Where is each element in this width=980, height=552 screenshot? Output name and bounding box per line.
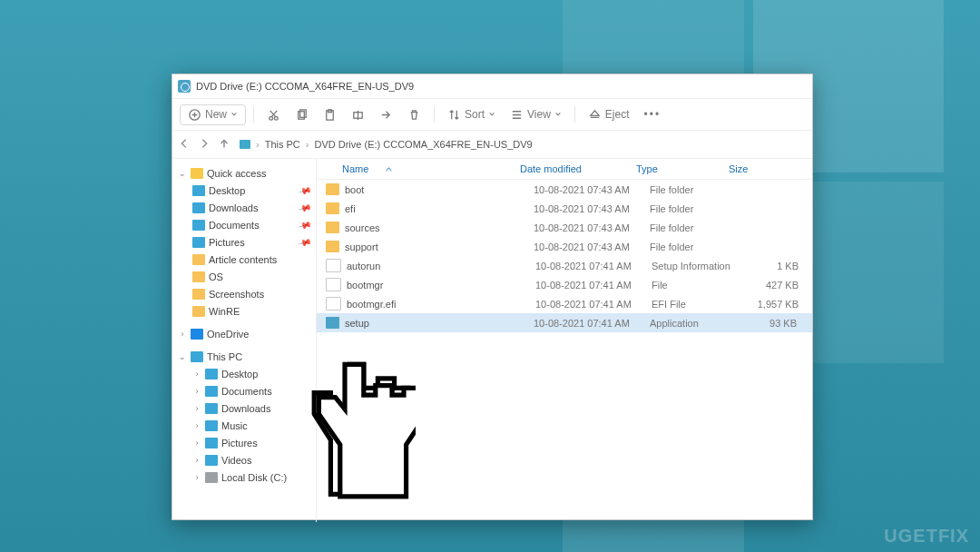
- chevron-right-icon: ›: [306, 139, 309, 150]
- tree-article-contents[interactable]: Article contents: [172, 251, 316, 268]
- tree-onedrive[interactable]: ›OneDrive: [172, 325, 316, 342]
- file-row[interactable]: support10-08-2021 07:43 AMFile folder: [317, 237, 812, 256]
- file-row[interactable]: bootmgr.efi10-08-2021 07:41 AMEFI File1,…: [317, 294, 812, 313]
- navigation-pane: ⌄Quick access Desktop📌 Downloads📌 Docume…: [172, 159, 317, 522]
- file-type: EFI File: [652, 299, 744, 310]
- rename-button[interactable]: [346, 104, 370, 125]
- tree-label: Desktop: [209, 185, 245, 196]
- delete-button[interactable]: [402, 104, 426, 125]
- tree-label: Screenshots: [209, 289, 264, 300]
- file-name: support: [345, 242, 534, 252]
- file-row[interactable]: bootmgr10-08-2021 07:41 AMFile427 KB: [317, 275, 812, 294]
- file-row[interactable]: autorun10-08-2021 07:41 AMSetup Informat…: [317, 256, 812, 275]
- file-row[interactable]: sources10-08-2021 07:43 AMFile folder: [317, 218, 812, 237]
- title-bar[interactable]: DVD Drive (E:) CCCOMA_X64FRE_EN-US_DV9: [172, 74, 812, 99]
- eject-icon: [588, 108, 602, 122]
- tree-downloads[interactable]: Downloads📌: [172, 199, 316, 216]
- tree-pc-desktop[interactable]: ›Desktop: [172, 365, 316, 382]
- hdd-icon: [205, 472, 218, 483]
- col-size[interactable]: Size: [729, 163, 783, 174]
- sort-label: Sort: [465, 108, 485, 121]
- file-date: 10-08-2021 07:43 AM: [534, 184, 650, 195]
- paste-button[interactable]: [318, 104, 342, 125]
- chevron-right-icon: ›: [256, 139, 260, 150]
- up-button[interactable]: [218, 137, 230, 153]
- file-icon: [326, 297, 341, 310]
- file-icon: [326, 259, 341, 272]
- file-date: 10-08-2021 07:41 AM: [535, 280, 652, 291]
- sort-button[interactable]: Sort: [442, 104, 501, 125]
- tree-os[interactable]: OS: [172, 268, 316, 285]
- plus-icon: [188, 108, 201, 122]
- breadcrumb-current[interactable]: DVD Drive (E:) CCCOMA_X64FRE_EN-US_DV9: [314, 139, 532, 150]
- desktop-icon: [205, 369, 218, 380]
- col-name[interactable]: Name: [342, 163, 368, 174]
- cut-button[interactable]: [261, 104, 286, 125]
- share-button[interactable]: [374, 104, 398, 125]
- file-icon: [326, 278, 341, 291]
- pin-icon: 📌: [298, 218, 312, 232]
- file-size: 1,957 KB: [744, 299, 799, 310]
- tree-pictures[interactable]: Pictures📌: [172, 233, 316, 251]
- pictures-icon: [205, 438, 218, 448]
- tree-label: Documents: [209, 220, 260, 231]
- tree-pc-pictures[interactable]: ›Pictures: [172, 434, 316, 451]
- forward-button[interactable]: [198, 137, 211, 153]
- folder-icon: [192, 306, 205, 317]
- more-button[interactable]: •••: [639, 104, 667, 124]
- separator: [253, 106, 254, 123]
- file-row[interactable]: setup10-08-2021 07:41 AMApplication93 KB: [317, 313, 812, 332]
- view-button[interactable]: View: [505, 104, 567, 125]
- star-icon: [191, 168, 203, 179]
- file-row[interactable]: efi10-08-2021 07:43 AMFile folder: [317, 199, 812, 218]
- tree-pc-documents[interactable]: ›Documents: [172, 382, 316, 399]
- file-type: Application: [650, 318, 742, 329]
- file-size: 1 KB: [744, 261, 799, 271]
- col-date[interactable]: Date modified: [520, 163, 636, 174]
- tree-documents[interactable]: Documents📌: [172, 216, 316, 233]
- tree-pc-localdisk[interactable]: ›Local Disk (C:): [172, 468, 316, 486]
- file-explorer-window: DVD Drive (E:) CCCOMA_X64FRE_EN-US_DV9 N…: [172, 74, 813, 520]
- toolbar: New Sort View Eject •••: [172, 99, 812, 131]
- back-button[interactable]: [178, 137, 191, 153]
- eject-button[interactable]: Eject: [583, 104, 635, 125]
- tree-quick-access[interactable]: ⌄Quick access: [172, 164, 316, 182]
- new-button[interactable]: New: [180, 104, 246, 125]
- music-icon: [205, 420, 218, 431]
- videos-icon: [205, 455, 218, 466]
- share-icon: [379, 108, 393, 122]
- sort-icon: [447, 108, 461, 122]
- tree-screenshots[interactable]: Screenshots: [172, 285, 316, 302]
- file-type: File folder: [650, 242, 742, 252]
- file-date: 10-08-2021 07:41 AM: [534, 318, 650, 329]
- file-name: autorun: [347, 261, 535, 271]
- sort-asc-icon: [385, 165, 393, 173]
- copy-button[interactable]: [289, 104, 314, 125]
- arrow-left-icon: [178, 137, 191, 150]
- tree-label: Local Disk (C:): [221, 472, 287, 483]
- tree-desktop[interactable]: Desktop📌: [172, 182, 316, 199]
- pc-icon: [191, 351, 203, 362]
- column-headers[interactable]: Name Date modified Type Size: [317, 159, 812, 180]
- chevron-down-icon: [488, 111, 495, 118]
- desktop-icon: [192, 185, 205, 196]
- file-type: File folder: [650, 222, 742, 233]
- col-type[interactable]: Type: [636, 163, 729, 174]
- file-row[interactable]: boot10-08-2021 07:43 AMFile folder: [317, 180, 812, 199]
- tree-label: OneDrive: [207, 329, 249, 340]
- breadcrumb[interactable]: › This PC › DVD Drive (E:) CCCOMA_X64FRE…: [240, 139, 533, 150]
- tree-pc-videos[interactable]: ›Videos: [172, 451, 316, 468]
- file-date: 10-08-2021 07:41 AM: [535, 299, 652, 310]
- tree-label: Downloads: [221, 403, 270, 414]
- folder-icon: [326, 183, 339, 195]
- breadcrumb-root[interactable]: This PC: [265, 139, 300, 150]
- tree-this-pc[interactable]: ⌄This PC: [172, 348, 316, 365]
- tree-winre[interactable]: WinRE: [172, 302, 316, 320]
- file-size: 93 KB: [742, 318, 797, 329]
- file-list: Name Date modified Type Size boot10-08-2…: [317, 159, 812, 522]
- tree-label: Downloads: [209, 202, 258, 213]
- tree-pc-downloads[interactable]: ›Downloads: [172, 399, 316, 417]
- file-type: Setup Information: [652, 261, 744, 271]
- tree-pc-music[interactable]: ›Music: [172, 417, 316, 434]
- folder-icon: [192, 271, 205, 282]
